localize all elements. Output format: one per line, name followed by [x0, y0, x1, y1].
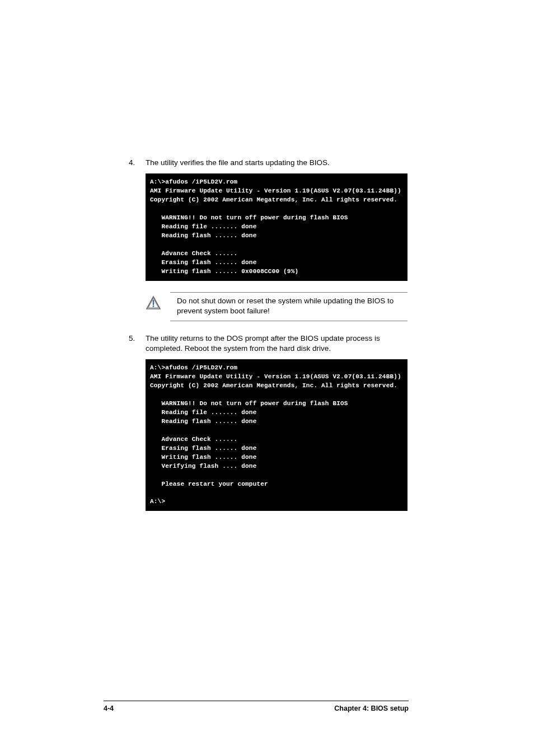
step-5-text: The utility returns to the DOS prompt af… — [146, 334, 407, 354]
step-5: 5. The utility returns to the DOS prompt… — [129, 334, 407, 354]
page-content: 4. The utility verifies the file and sta… — [129, 158, 407, 522]
footer-rule — [104, 701, 409, 701]
page-number: 4-4 — [104, 705, 114, 712]
page-footer: 4-4 Chapter 4: BIOS setup — [129, 695, 407, 712]
caution-text: Do not shut down or reset the system whi… — [170, 292, 407, 321]
caution-callout: Do not shut down or reset the system whi… — [146, 292, 407, 321]
svg-point-3 — [153, 306, 154, 307]
terminal-output-2: A:\>afudos /iP5LD2V.rom AMI Firmware Upd… — [146, 359, 407, 511]
step-4: 4. The utility verifies the file and sta… — [129, 158, 407, 168]
chapter-title: Chapter 4: BIOS setup — [334, 705, 409, 712]
caution-icon — [146, 292, 170, 321]
terminal-output-1: A:\>afudos /iP5LD2V.rom AMI Firmware Upd… — [146, 173, 407, 280]
step-5-number: 5. — [129, 334, 146, 354]
step-4-text: The utility verifies the file and starts… — [146, 158, 407, 168]
step-4-number: 4. — [129, 158, 146, 168]
